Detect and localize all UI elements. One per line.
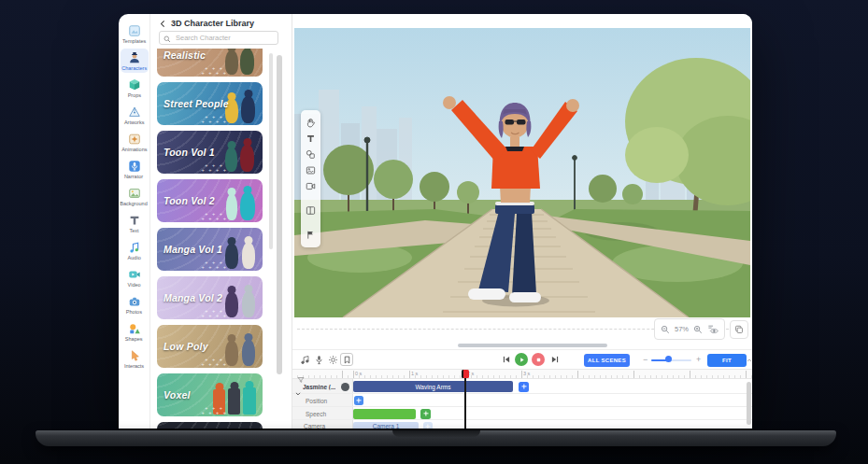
timeline-zoom-handle[interactable]	[665, 356, 672, 362]
sidebar-item-label: Photos	[126, 309, 142, 315]
sidebar-item-templates[interactable]: Templates	[121, 21, 149, 46]
music-icon[interactable]	[298, 353, 311, 366]
pack-label: Realistic	[164, 49, 206, 61]
sidebar-item-label: Artworks	[124, 120, 144, 125]
flag-tool-icon[interactable]	[303, 227, 319, 243]
sidebar-item-narrator[interactable]: Narrator	[121, 157, 149, 181]
text-tool-icon[interactable]	[303, 131, 319, 147]
pack-card-low-poly[interactable]: Low Poly	[157, 325, 263, 368]
playback-bar: ALL SCENES − + FIT	[292, 349, 752, 369]
play-button[interactable]	[515, 353, 528, 366]
sidebar-item-background[interactable]: Background	[121, 184, 149, 208]
zoom-level: 57%	[675, 325, 689, 333]
pack-art	[241, 96, 255, 123]
sidebar-item-photos[interactable]: Photos	[121, 292, 149, 316]
pack-card-manga-vol-1[interactable]: Manga Vol 1	[157, 228, 263, 271]
track-toggle-button[interactable]	[341, 383, 349, 391]
track-name: Jasmine (...	[303, 383, 335, 389]
main-sidebar: Templates Characters Props Artworks Anim…	[119, 14, 150, 429]
pack-art	[242, 340, 255, 366]
animation-clip[interactable]: Waving Arms	[353, 381, 513, 392]
visibility-icon[interactable]	[707, 321, 719, 338]
artworks-icon	[128, 105, 141, 119]
panel-scrollbar[interactable]	[277, 55, 282, 374]
pack-label: Toon Vol 1	[164, 147, 215, 158]
bookmark-icon[interactable]	[340, 353, 353, 366]
sidebar-item-label: Props	[127, 92, 140, 98]
sidebar-item-label: Video	[127, 282, 140, 288]
search-input[interactable]	[174, 33, 274, 43]
pack-label: Street People	[164, 98, 229, 109]
stop-button[interactable]	[532, 353, 545, 366]
pack-card-toon-vol-1[interactable]: Toon Vol 1	[157, 131, 263, 174]
sidebar-item-text[interactable]: Text	[121, 211, 149, 235]
sidebar-item-label: Interacts	[124, 363, 144, 369]
image-tool-icon[interactable]	[303, 162, 319, 178]
characters-icon	[128, 51, 141, 64]
playhead-handle[interactable]	[462, 370, 469, 378]
hand-tool-icon[interactable]	[303, 115, 319, 131]
pack-label: Toon Vol 2	[164, 195, 215, 206]
timeline-vertical-scrollbar[interactable]	[747, 382, 751, 425]
shapes-icon	[128, 322, 141, 335]
sidebar-item-shapes[interactable]: Shapes	[121, 319, 149, 344]
track-row-camera: Camera Camera 1	[292, 420, 752, 429]
zoom-controls: 57%	[654, 318, 725, 340]
scenes-panel-icon[interactable]	[303, 203, 319, 218]
microphone-icon[interactable]	[312, 353, 325, 366]
pack-art	[242, 291, 255, 317]
fit-button[interactable]: FIT	[707, 354, 747, 367]
character-library-panel: 3D Character Library Realistic Stree	[150, 14, 292, 429]
pack-art	[225, 341, 238, 366]
library-title: 3D Character Library	[171, 19, 254, 28]
zoom-out-icon[interactable]	[661, 321, 670, 338]
sidebar-item-animations[interactable]: Animations	[121, 130, 149, 154]
add-camera-button[interactable]	[423, 422, 433, 429]
sidebar-item-artworks[interactable]: Artworks	[121, 103, 149, 127]
speech-clip[interactable]	[353, 409, 416, 419]
scene-3d-preview[interactable]	[294, 28, 750, 317]
track-row-character: Jasmine (... Waving Arms	[292, 379, 752, 394]
sidebar-item-characters[interactable]: Characters	[121, 49, 149, 73]
audio-icon	[128, 241, 141, 254]
playhead[interactable]	[464, 370, 466, 429]
sidebar-item-audio[interactable]: Audio	[121, 238, 149, 262]
pack-card-voxel[interactable]: Voxel	[157, 373, 263, 416]
pack-card-manga-vol-2[interactable]: Manga Vol 2	[157, 276, 263, 319]
ruler-label: 3 s	[523, 371, 530, 376]
skip-end-button[interactable]	[548, 353, 562, 366]
laptop-notch	[392, 430, 480, 437]
scene-illustration	[294, 28, 750, 317]
zoom-in-icon[interactable]	[693, 321, 703, 338]
video-tool-icon[interactable]	[303, 178, 319, 194]
track-row-position: Position	[292, 394, 752, 407]
all-scenes-button[interactable]: ALL SCENES	[584, 354, 630, 367]
sidebar-item-props[interactable]: Props	[121, 76, 149, 100]
timeline-zoom-in[interactable]: +	[696, 353, 701, 366]
add-speech-button[interactable]	[420, 409, 431, 419]
pack-art	[226, 194, 237, 220]
canvas-horizontal-scrollbar[interactable]	[458, 344, 607, 347]
templates-icon	[128, 24, 141, 37]
shapes-tool-icon[interactable]	[303, 147, 319, 162]
sidebar-item-video[interactable]: Video	[121, 265, 149, 289]
timeline-zoom-out[interactable]: −	[643, 353, 647, 366]
pack-card-realistic[interactable]: Realistic	[157, 49, 263, 77]
timeline-ruler[interactable]: 0 s 1 s 2 s 3 s	[292, 370, 752, 379]
pack-card-street-people[interactable]: Street People	[157, 82, 263, 125]
laptop-base	[36, 430, 836, 446]
brightness-icon[interactable]	[326, 353, 339, 366]
back-button[interactable]	[157, 18, 168, 29]
pack-card-toon-vol-2[interactable]: Toon Vol 2	[157, 179, 263, 222]
add-position-button[interactable]	[354, 396, 363, 405]
pack-card-partial[interactable]	[157, 422, 263, 429]
collapse-timeline-icon[interactable]	[743, 354, 752, 367]
duplicate-view-button[interactable]	[730, 320, 748, 339]
ruler-label: 1 s	[411, 371, 418, 376]
pack-list-scrollbar[interactable]	[269, 53, 273, 249]
add-animation-button[interactable]	[519, 382, 529, 392]
pack-label: Manga Vol 1	[164, 244, 222, 255]
sidebar-item-interacts[interactable]: Interacts	[121, 346, 149, 371]
camera-clip[interactable]: Camera 1	[353, 422, 419, 429]
skip-start-button[interactable]	[500, 353, 513, 366]
